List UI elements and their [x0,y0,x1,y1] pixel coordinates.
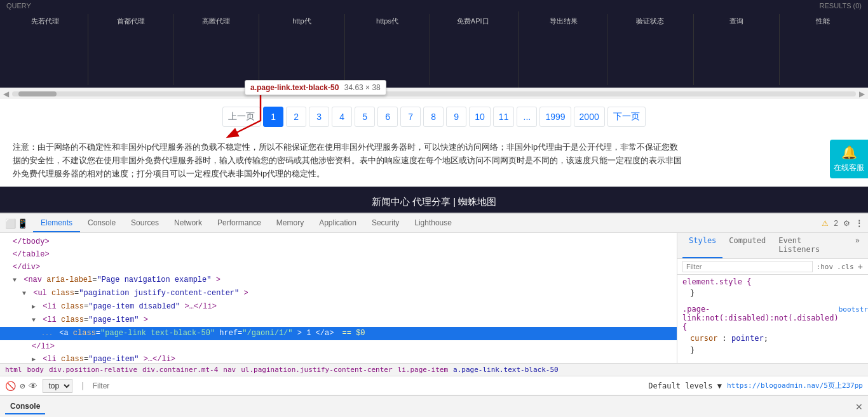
dom-line-div-close[interactable]: </div> [0,261,677,274]
horizontal-scrollbar[interactable]: ◀ ▶ [0,88,868,99]
devtools-mobile-icon[interactable]: 📱 [17,218,28,228]
tooltip-size-text: 34.63 × 38 [344,83,381,92]
page-3-button[interactable]: 3 [309,107,329,127]
next-page-button[interactable]: 下一页 [607,107,646,127]
tab-memory[interactable]: Memory [269,215,311,232]
attr-class-li-2-val: "page-item" [88,355,139,363]
page-2000-button[interactable]: 2000 [574,107,605,127]
more-menu-icon[interactable]: ⋮ [855,219,863,228]
tag-li-active-bracket: > [144,315,148,324]
breadcrumb-a-current[interactable]: a.page-link.text-black-50 [453,366,559,374]
scroll-left-icon[interactable]: ◀ [3,89,9,98]
console-label[interactable]: Console [5,399,45,414]
results-section: 导出结果 验证状态 查询 性能 [519,11,868,88]
dom-line-li-close[interactable]: </li> [0,340,677,353]
scroll-right-icon[interactable]: ▶ [859,89,865,98]
li-disabled-triangle[interactable] [32,301,38,313]
online-service-button[interactable]: 🔔 在线客服 [830,140,868,178]
console-input-area[interactable]: 🚫 ⊘ 👁 top | Default levels ▼ https://blo… [0,376,868,395]
tab-lighthouse[interactable]: Lighthouse [407,215,459,232]
breadcrumb-nav[interactable]: nav [223,366,236,374]
prev-page-button[interactable]: 上一页 [222,107,261,127]
devtools-panel: ⬜ 📱 Elements Console Sources Network Per… [0,213,868,376]
settings-icon[interactable]: ⚙ [843,219,850,228]
style-block-page-link-header: .page-link:not(:disabled):not(.disabled)… [682,305,863,333]
page-8-button[interactable]: 8 [423,107,444,127]
page-ellipsis[interactable]: ... [517,107,537,127]
attr-href-a-val: "/gaoni/1/" [242,329,292,338]
styles-filter-hov[interactable]: :hov [817,263,834,271]
styles-filter-input[interactable] [682,261,813,272]
console-eye-icon[interactable]: 👁 [29,381,37,391]
page-4-button[interactable]: 4 [332,107,352,127]
console-filter-input[interactable] [93,381,644,390]
nav-triangle[interactable] [13,275,19,286]
ul-triangle[interactable] [22,288,29,300]
page-5-button[interactable]: 5 [355,107,375,127]
dom-line-tbody-close[interactable]: </tbody> [0,235,677,248]
styles-add-rule-button[interactable]: + [858,261,863,272]
dom-line-li-active[interactable]: <li class="page-item" > [0,314,677,327]
elements-panel[interactable]: </tbody> </table> </div> <nav aria-label… [0,233,677,363]
breadcrumb-html[interactable]: html [5,366,22,374]
li-2-triangle[interactable] [32,354,38,363]
style-source-bootstrap-4660[interactable]: bootstrap.css:4660 [839,305,868,314]
tag-a: <a [59,329,73,338]
tab-performance[interactable]: Performance [210,215,269,232]
tag-tbody-close: </tbody> [13,237,50,246]
page-10-button[interactable]: 10 [469,107,491,127]
page-11-button[interactable]: 11 [493,107,515,127]
devtools-toolbar: ⬜ 📱 Elements Console Sources Network Per… [0,214,868,233]
console-top-select[interactable]: top [43,379,72,393]
styles-tab-more[interactable]: » [852,233,863,258]
dom-line-li-disabled[interactable]: <li class="page-item disabled" >…</li> [0,300,677,314]
tab-security[interactable]: Security [364,215,407,232]
page-7-button[interactable]: 7 [400,107,421,127]
dom-line-table-close[interactable]: </table> [0,248,677,261]
pagination: 上一页 1 2 3 4 5 6 7 8 9 10 11 ... 1999 200… [222,107,645,127]
tag-li-close: </li> [32,342,55,351]
page-6-button[interactable]: 6 [377,107,398,127]
devtools-cursor-icon[interactable]: ⬜ [5,218,16,228]
breadcrumb-div-container[interactable]: div.container.mt-4 [142,366,218,374]
query-col-5: https代 [345,14,431,85]
console-filter-icon[interactable]: ⊘ [20,381,25,391]
breadcrumb-ul[interactable]: ul.pagination.justify-content-center [241,366,392,374]
console-status-link[interactable]: https://blogoadmin.nav/5页上237pp [727,381,863,390]
page-9-button[interactable]: 9 [446,107,466,127]
page-2-button[interactable]: 2 [286,107,306,127]
scroll-thumb[interactable] [18,91,57,96]
dom-line-nav[interactable]: <nav aria-label="Page navigation example… [0,274,677,287]
attr-class-ul-val: "pagination justify-content-center" [79,289,239,298]
console-separator: | [80,381,85,390]
console-default-levels[interactable]: Default levels ▼ [648,381,722,390]
dom-line-ul[interactable]: <ul class="pagination justify-content-ce… [0,287,677,300]
attr-aria-label-val: "Page navigation example" [97,275,211,284]
console-clear-icon[interactable]: 🚫 [5,381,16,391]
query-results-bar: QUERY RESULTS (0) [0,0,868,11]
styles-tab-computed[interactable]: Computed [722,233,772,258]
tab-application[interactable]: Application [311,215,364,232]
dark-table-area: 先若代理 首都代理 高匿代理 http代 https代 免费API口 导出结果 … [0,11,868,88]
tab-elements[interactable]: Elements [33,215,80,232]
dom-line-a-selected[interactable]: ... <a class="page-link text-black-50" h… [0,327,677,340]
page-1999-button[interactable]: 1999 [539,107,571,127]
breadcrumb-body[interactable]: body [27,366,44,374]
query-col-2: 首都代理 [88,14,174,85]
style-rule-element-close: } [682,288,863,300]
breadcrumb-div-position[interactable]: div.position-relative [49,366,137,374]
attr-class-li-2: class [61,355,84,363]
scroll-track[interactable] [12,91,856,96]
page-1-button[interactable]: 1 [263,107,283,127]
console-close-icon[interactable]: ✕ [855,402,863,412]
styles-filter-cls[interactable]: .cls [837,263,854,271]
tab-console[interactable]: Console [80,215,123,232]
query-col-4: http代 [259,14,345,85]
styles-tab-styles[interactable]: Styles [682,233,722,258]
tab-network[interactable]: Network [166,215,210,232]
breadcrumb-li[interactable]: li.page-item [398,366,448,374]
dom-line-li-2[interactable]: <li class="page-item" >…</li> [0,353,677,363]
styles-tab-event-listeners[interactable]: Event Listeners [772,233,852,258]
tab-sources[interactable]: Sources [123,215,166,232]
li-active-triangle[interactable] [32,315,38,326]
